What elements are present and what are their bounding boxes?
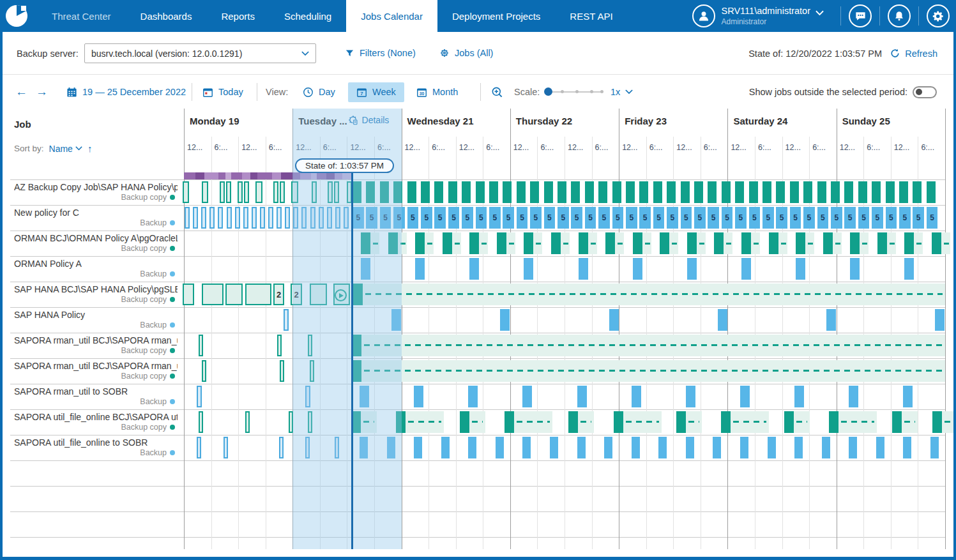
job-run-bar[interactable] xyxy=(335,437,339,458)
view-month-button[interactable]: 30 Month xyxy=(416,75,458,109)
job-run-bar[interactable] xyxy=(577,437,586,458)
job-run-bar[interactable] xyxy=(199,411,203,433)
job-run-bar[interactable] xyxy=(794,437,803,458)
job-run-bar[interactable] xyxy=(877,232,887,254)
job-run-bar[interactable] xyxy=(305,386,310,407)
job-run-bar[interactable] xyxy=(831,181,840,203)
job-run-bar[interactable] xyxy=(903,386,913,407)
job-run-bar[interactable] xyxy=(441,437,450,458)
job-run-bar[interactable] xyxy=(280,360,284,382)
job-run-bar[interactable] xyxy=(305,437,310,458)
job-run-bar[interactable] xyxy=(235,207,240,229)
job-run-bar[interactable] xyxy=(899,181,908,203)
job-row-label[interactable]: ORMAN BCJ\ORMAN Policy A\pgOracleL...Bac… xyxy=(10,231,180,256)
job-run-bar[interactable] xyxy=(496,437,504,458)
job-run-bar[interactable] xyxy=(524,232,533,254)
job-run-bar[interactable]: 5 xyxy=(667,207,678,229)
job-run-bar[interactable] xyxy=(585,181,594,203)
sort-field-dropdown[interactable]: Name xyxy=(49,144,82,154)
job-run-bar[interactable] xyxy=(598,181,607,203)
job-run-bar[interactable]: 5 xyxy=(844,207,856,229)
job-run-bar[interactable] xyxy=(653,181,662,203)
job-run-bar[interactable] xyxy=(544,181,553,203)
job-run-bar[interactable] xyxy=(522,437,531,458)
job-run-bar[interactable] xyxy=(740,437,748,458)
job-run-bar[interactable] xyxy=(609,309,619,331)
job-running-band[interactable] xyxy=(942,411,953,433)
job-run-bar[interactable] xyxy=(714,232,724,254)
job-run-bar[interactable] xyxy=(224,437,228,458)
job-run-bar[interactable] xyxy=(633,232,642,254)
job-run-bar[interactable] xyxy=(604,437,612,458)
job-run-bar[interactable] xyxy=(769,232,778,254)
job-run-bar[interactable] xyxy=(468,437,476,458)
job-run-bar[interactable] xyxy=(476,181,485,203)
job-run-bar[interactable] xyxy=(434,181,443,203)
job-run-bar[interactable]: 5 xyxy=(626,207,637,229)
job-run-bar[interactable] xyxy=(579,258,588,280)
refresh-button[interactable]: Refresh xyxy=(890,48,937,59)
job-run-bar[interactable] xyxy=(407,181,416,203)
next-period-button[interactable]: → xyxy=(36,75,48,109)
today-button[interactable]: Today xyxy=(202,75,243,109)
job-run-bar[interactable] xyxy=(886,181,895,203)
job-run-bar[interactable] xyxy=(658,437,667,458)
job-run-bar[interactable] xyxy=(721,411,731,433)
job-run-bar[interactable] xyxy=(551,232,561,254)
support-chat-button[interactable] xyxy=(849,4,872,27)
job-run-bar[interactable] xyxy=(503,181,512,203)
job-run-bar[interactable] xyxy=(360,386,369,407)
job-run-bar[interactable] xyxy=(421,181,430,203)
job-run-bar[interactable] xyxy=(448,181,457,203)
job-run-bar[interactable] xyxy=(876,437,884,458)
job-run-bar[interactable] xyxy=(872,181,881,203)
notifications-button[interactable] xyxy=(888,4,911,27)
job-run-bar[interactable] xyxy=(904,232,914,254)
slider-knob[interactable] xyxy=(544,87,552,96)
job-run-bar[interactable] xyxy=(605,232,615,254)
job-run-bar[interactable] xyxy=(687,232,697,254)
zoom-value-dropdown[interactable]: 1x xyxy=(611,75,633,109)
job-run-bar[interactable] xyxy=(749,181,758,203)
job-run-bar[interactable] xyxy=(708,181,717,203)
scale-slider[interactable] xyxy=(545,75,603,109)
job-run-bar[interactable] xyxy=(245,284,271,305)
job-run-bar[interactable]: 5 xyxy=(639,207,651,229)
job-run-bar[interactable] xyxy=(735,181,744,203)
job-run-bar[interactable] xyxy=(468,386,478,407)
job-run-bar[interactable]: 5 xyxy=(434,207,446,229)
job-run-bar[interactable] xyxy=(380,181,389,203)
job-run-bar[interactable] xyxy=(301,207,307,229)
job-run-bar[interactable]: 5 xyxy=(803,207,815,229)
job-run-bar[interactable]: 2 xyxy=(273,284,284,305)
job-run-bar[interactable]: 5 xyxy=(790,207,801,229)
job-run-bar[interactable] xyxy=(202,284,224,305)
job-run-bar[interactable] xyxy=(626,181,635,203)
job-run-bar[interactable] xyxy=(185,207,190,229)
date-range-picker[interactable]: 19 — 25 December 2022 xyxy=(66,75,186,109)
sort-direction-button[interactable]: ↑ xyxy=(87,143,93,154)
job-run-bar[interactable] xyxy=(327,207,332,229)
job-run-bar[interactable] xyxy=(387,437,395,458)
job-run-bar[interactable] xyxy=(768,437,776,458)
job-run-bar[interactable] xyxy=(741,232,751,254)
job-run-bar[interactable] xyxy=(796,258,805,280)
job-run-bar[interactable] xyxy=(686,437,694,458)
job-run-bar[interactable] xyxy=(722,181,731,203)
job-run-bar[interactable] xyxy=(462,181,471,203)
job-run-bar[interactable] xyxy=(335,207,340,229)
job-run-bar[interactable] xyxy=(505,411,514,433)
job-row-label[interactable]: SAPORA rman_util BCJ\SAPORA rman_ut...Ba… xyxy=(10,333,180,358)
app-logo-icon[interactable] xyxy=(5,4,28,27)
job-run-bar[interactable]: 5 xyxy=(448,207,460,229)
nav-item-threat-center[interactable]: Threat Center xyxy=(37,0,126,32)
job-run-bar[interactable]: 5 xyxy=(530,207,542,229)
job-running-band[interactable] xyxy=(794,411,810,433)
filters-button[interactable]: Filters (None) xyxy=(345,48,416,58)
job-run-bar[interactable] xyxy=(202,360,206,382)
job-run-bar[interactable] xyxy=(667,181,676,203)
job-run-bar[interactable] xyxy=(415,258,425,280)
job-run-bar[interactable] xyxy=(844,181,853,203)
job-run-bar[interactable] xyxy=(740,386,750,407)
job-run-bar[interactable] xyxy=(353,284,363,305)
